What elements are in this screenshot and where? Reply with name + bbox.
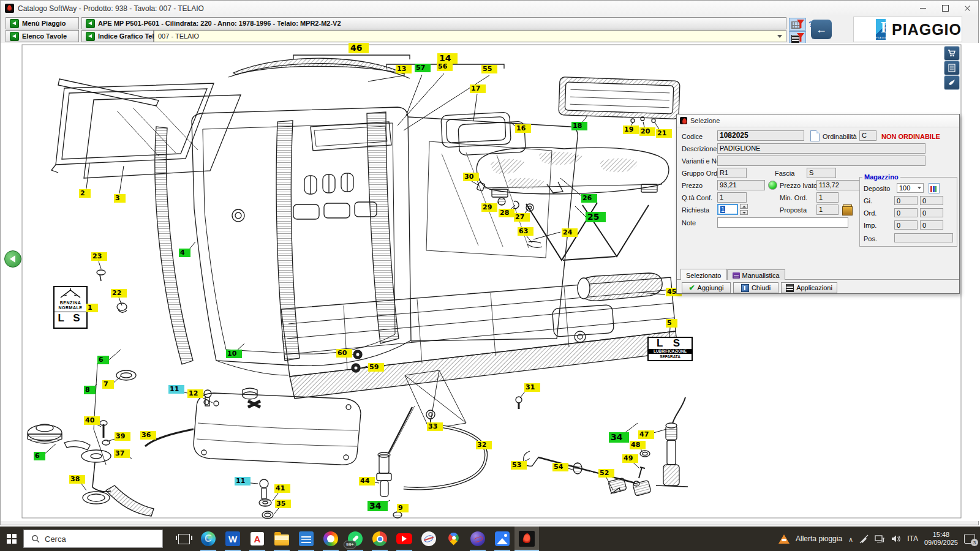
callout-21[interactable]: 21 bbox=[656, 129, 672, 138]
callout-31[interactable]: 31 bbox=[524, 383, 540, 392]
taskbar-icon-edge[interactable] bbox=[196, 527, 221, 551]
package-cube-icon[interactable] bbox=[842, 206, 853, 216]
callout-17[interactable]: 17 bbox=[470, 84, 486, 93]
callout-60[interactable]: 60 bbox=[336, 349, 352, 358]
varianti-field[interactable] bbox=[717, 156, 925, 166]
callout-26[interactable]: 26 bbox=[581, 194, 597, 203]
callout-29[interactable]: 29 bbox=[481, 203, 497, 212]
callout-11[interactable]: 11 bbox=[235, 477, 251, 485]
prezzo-field[interactable]: 93,21 bbox=[717, 180, 765, 190]
tavola-select[interactable]: 007 - TELAIO bbox=[154, 30, 786, 42]
min-ord-field[interactable]: 1 bbox=[816, 192, 839, 203]
callout-37[interactable]: 37 bbox=[114, 449, 130, 458]
callout-56[interactable]: 56 bbox=[437, 62, 453, 71]
dialog-title-bar[interactable]: Selezione bbox=[677, 114, 959, 127]
previous-table-button[interactable] bbox=[4, 250, 21, 268]
callout-40[interactable]: 40 bbox=[84, 416, 100, 425]
start-button[interactable] bbox=[0, 527, 23, 551]
callout-23[interactable]: 23 bbox=[91, 252, 107, 261]
callout-19[interactable]: 19 bbox=[623, 126, 639, 134]
callout-30[interactable]: 30 bbox=[463, 173, 479, 181]
notification-button[interactable]: 3 bbox=[964, 534, 975, 544]
callout-6[interactable]: 6 bbox=[97, 356, 109, 364]
prezzo-ivato-field[interactable]: 113,72 bbox=[816, 180, 861, 190]
pen-disabled-icon[interactable] bbox=[859, 534, 869, 544]
stepper-up-icon[interactable] bbox=[740, 204, 748, 209]
callout-41[interactable]: 41 bbox=[274, 484, 290, 493]
callout-10[interactable]: 10 bbox=[226, 350, 242, 358]
callout-22[interactable]: 22 bbox=[111, 289, 127, 298]
pos-field[interactable] bbox=[894, 233, 953, 242]
close-button[interactable] bbox=[956, 1, 978, 16]
richiesta-input[interactable]: 1 bbox=[717, 204, 738, 215]
callout-52[interactable]: 52 bbox=[598, 469, 614, 478]
taskbar-icon-maps[interactable] bbox=[441, 527, 466, 551]
callout-27[interactable]: 27 bbox=[514, 213, 530, 222]
descrizione-field[interactable]: PADIGLIONE bbox=[717, 143, 925, 154]
callout-2[interactable]: 2 bbox=[79, 189, 91, 198]
filter-table-button[interactable] bbox=[789, 18, 806, 31]
taskbar-icon-photos[interactable] bbox=[490, 527, 514, 551]
callout-34[interactable]: 34 bbox=[368, 501, 388, 511]
fascia-field[interactable]: S bbox=[807, 168, 836, 178]
callout-55[interactable]: 55 bbox=[481, 65, 497, 73]
callout-6[interactable]: 6 bbox=[34, 452, 45, 460]
callout-33[interactable]: 33 bbox=[427, 422, 443, 431]
taskbar-icon-ball[interactable] bbox=[466, 527, 490, 551]
callout-5[interactable]: 5 bbox=[666, 319, 677, 328]
tools-button[interactable] bbox=[944, 75, 960, 90]
weather-text[interactable]: Allerta pioggia bbox=[796, 534, 842, 543]
maximize-button[interactable] bbox=[934, 1, 956, 16]
taskbar-icon-softway[interactable] bbox=[514, 527, 539, 551]
elenco-tavole-button[interactable]: Elenco Tavole bbox=[6, 30, 79, 42]
callout-9[interactable]: 9 bbox=[397, 504, 409, 512]
menu-piaggio-button[interactable]: Menù Piaggio bbox=[6, 17, 79, 29]
taskbar-icon-cad[interactable] bbox=[417, 527, 441, 551]
taskbar-icon-word[interactable]: W bbox=[221, 527, 245, 551]
taskbar-icon-explorer[interactable] bbox=[270, 527, 294, 551]
deposito-select[interactable]: 100 bbox=[897, 183, 924, 193]
taskbar-icon-bluedoc[interactable] bbox=[294, 527, 318, 551]
callout-32[interactable]: 32 bbox=[476, 441, 492, 449]
richiesta-stepper[interactable] bbox=[740, 204, 748, 215]
taskbar-icon-task-view[interactable] bbox=[172, 527, 196, 551]
callout-16[interactable]: 16 bbox=[515, 124, 531, 133]
callout-1[interactable]: 1 bbox=[86, 304, 98, 312]
language-indicator[interactable]: ITA bbox=[907, 534, 918, 543]
callout-20[interactable]: 20 bbox=[639, 127, 655, 136]
callout-12[interactable]: 12 bbox=[187, 389, 203, 398]
callout-35[interactable]: 35 bbox=[275, 500, 291, 508]
callout-46[interactable]: 46 bbox=[349, 43, 369, 53]
callout-57[interactable]: 57 bbox=[415, 64, 431, 72]
callout-38[interactable]: 38 bbox=[69, 475, 85, 484]
callout-49[interactable]: 49 bbox=[622, 454, 638, 463]
tab-selezionato[interactable]: Selezionato bbox=[680, 269, 727, 280]
network-icon[interactable] bbox=[875, 534, 885, 543]
document-list-button[interactable] bbox=[944, 61, 960, 75]
callout-25[interactable]: 25 bbox=[586, 212, 606, 222]
minimize-button[interactable] bbox=[912, 1, 934, 16]
callout-13[interactable]: 13 bbox=[396, 65, 412, 73]
volume-icon[interactable] bbox=[891, 534, 901, 543]
stock-chart-button[interactable] bbox=[929, 183, 940, 193]
callout-39[interactable]: 39 bbox=[115, 432, 130, 441]
taskbar-icon-paint[interactable] bbox=[318, 527, 343, 551]
callout-18[interactable]: 18 bbox=[571, 122, 587, 130]
callout-63[interactable]: 63 bbox=[518, 227, 533, 236]
callout-3[interactable]: 3 bbox=[114, 194, 126, 203]
callout-4[interactable]: 4 bbox=[179, 249, 190, 257]
callout-8[interactable]: 8 bbox=[84, 386, 96, 394]
ordinabilita-field[interactable]: C bbox=[859, 130, 876, 141]
chiudi-button[interactable]: Chiudi bbox=[733, 282, 778, 293]
search-input[interactable]: Cerca bbox=[23, 530, 163, 548]
cart-button[interactable] bbox=[944, 46, 960, 61]
gruppo-ord-field[interactable]: R1 bbox=[717, 168, 747, 178]
callout-28[interactable]: 28 bbox=[499, 209, 514, 217]
tray-chevron-icon[interactable]: ∧ bbox=[848, 536, 853, 544]
callout-36[interactable]: 36 bbox=[140, 431, 156, 440]
proposta-field[interactable]: 1 bbox=[816, 204, 839, 215]
taskbar-icon-whatsapp[interactable]: 99+ bbox=[343, 527, 368, 551]
taskbar-icon-youtube[interactable] bbox=[392, 527, 417, 551]
callout-44[interactable]: 44 bbox=[359, 477, 375, 485]
callout-53[interactable]: 53 bbox=[511, 461, 527, 470]
